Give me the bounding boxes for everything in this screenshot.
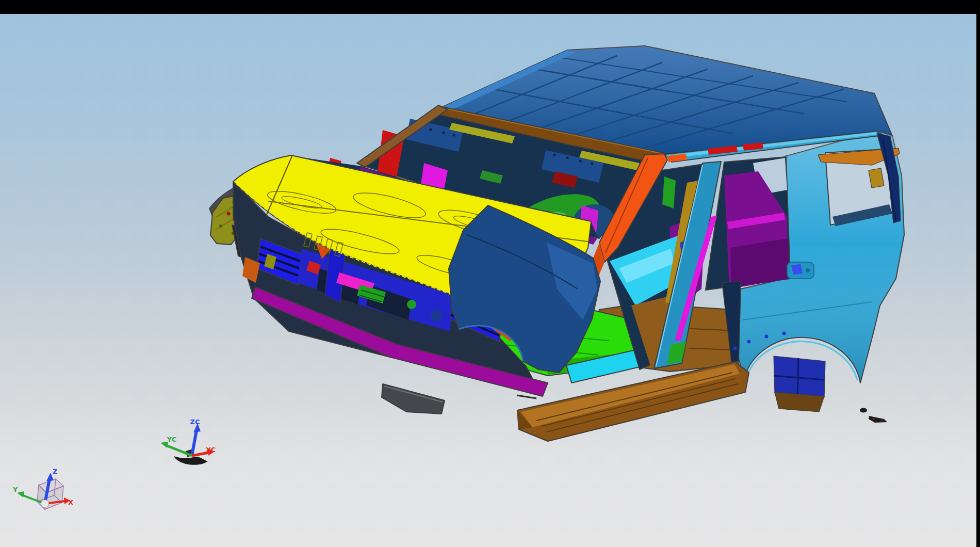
wcs-triad[interactable]: ZC YC XC — [160, 418, 216, 465]
wcs-z-label: ZC — [190, 418, 200, 426]
graphics-window[interactable]: ZC YC XC Z Y X — [0, 0, 980, 547]
debris-parts[interactable] — [860, 408, 887, 423]
datum-origin-sphere[interactable] — [41, 500, 49, 508]
rear-arch-interior — [774, 356, 825, 412]
wcs-base[interactable] — [174, 456, 208, 465]
datum-z-label: Z — [53, 468, 57, 475]
datum-x-label: X — [68, 498, 73, 506]
viewport-canvas[interactable]: ZC YC XC Z Y X — [0, 0, 980, 547]
wcs-z-axis[interactable] — [192, 430, 197, 456]
datum-y-label: Y — [12, 486, 18, 493]
wcs-x-label: XC — [206, 446, 216, 454]
wcs-y-label: YC — [167, 436, 177, 443]
door-handle-recess[interactable] — [787, 262, 814, 279]
datum-csys[interactable]: Z Y X — [12, 468, 73, 509]
